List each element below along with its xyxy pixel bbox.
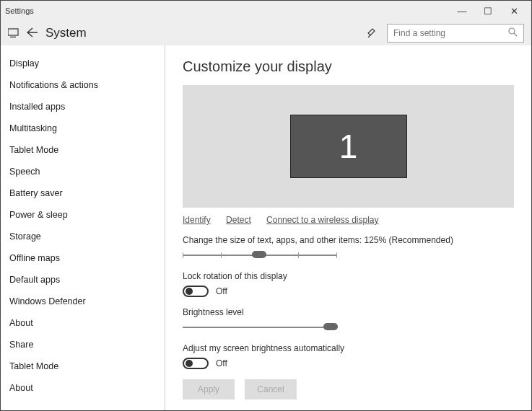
lock-rotation-toggle[interactable] — [183, 286, 209, 297]
search-box[interactable] — [387, 24, 524, 43]
sidebar-item-windows-defender[interactable]: Windows Defender — [1, 291, 165, 312]
sidebar-item-about-2[interactable]: About — [1, 377, 165, 399]
cancel-button[interactable]: Cancel — [245, 379, 297, 399]
sidebar-item-multitasking[interactable]: Multitasking — [1, 118, 165, 139]
auto-brightness-toggle[interactable] — [183, 358, 209, 369]
sidebar-item-battery-saver[interactable]: Battery saver — [1, 182, 165, 204]
sidebar-item-default-apps[interactable]: Default apps — [1, 269, 165, 291]
scale-slider[interactable] — [183, 249, 337, 261]
scale-label: Change the size of text, apps, and other… — [183, 235, 514, 245]
display-links: Identify Detect Connect to a wireless di… — [183, 215, 514, 225]
main-panel: Customize your display 1 Identify Detect… — [165, 45, 531, 411]
sidebar-item-share[interactable]: Share — [1, 334, 165, 355]
monitor-arrangement-area[interactable]: 1 — [183, 85, 514, 208]
sidebar-item-installed-apps[interactable]: Installed apps — [1, 96, 165, 118]
header: System — [1, 21, 531, 45]
sidebar-item-tablet-mode-2[interactable]: Tablet Mode — [1, 355, 165, 377]
sidebar-item-display[interactable]: Display — [1, 53, 165, 74]
monitor-1[interactable]: 1 — [290, 115, 407, 178]
lock-rotation-state: Off — [216, 286, 227, 296]
identify-link[interactable]: Identify — [183, 215, 211, 225]
sidebar-item-notifications[interactable]: Notifications & actions — [1, 74, 165, 96]
search-input[interactable] — [393, 28, 508, 38]
brightness-label: Brightness level — [183, 307, 514, 317]
titlebar: Settings — ☐ ✕ — [1, 1, 531, 21]
sidebar-item-power-sleep[interactable]: Power & sleep — [1, 204, 165, 226]
apply-button[interactable]: Apply — [183, 379, 235, 399]
search-icon — [508, 27, 518, 40]
maximize-button[interactable]: ☐ — [475, 6, 501, 17]
svg-rect-0 — [8, 29, 18, 35]
connect-wireless-link[interactable]: Connect to a wireless display — [266, 215, 378, 225]
svg-point-2 — [509, 28, 515, 34]
detect-link[interactable]: Detect — [226, 215, 251, 225]
sidebar-item-storage[interactable]: Storage — [1, 226, 165, 247]
pin-icon[interactable] — [367, 27, 377, 40]
lock-rotation-label: Lock rotation of this display — [183, 271, 514, 281]
home-icon[interactable] — [8, 27, 19, 40]
sidebar: Display Notifications & actions Installe… — [1, 45, 165, 411]
page-title: System — [45, 26, 367, 40]
brightness-slider[interactable] — [183, 322, 337, 333]
auto-brightness-label: Adjust my screen brightness automaticall… — [183, 343, 514, 353]
sidebar-item-about[interactable]: About — [1, 312, 165, 334]
back-icon[interactable] — [27, 27, 38, 40]
auto-brightness-state: Off — [216, 358, 227, 368]
svg-line-3 — [514, 33, 517, 36]
minimize-button[interactable]: — — [449, 6, 475, 17]
sidebar-item-speech[interactable]: Speech — [1, 161, 165, 182]
sidebar-item-offline-maps[interactable]: Offline maps — [1, 247, 165, 269]
main-heading: Customize your display — [183, 58, 514, 75]
window-title: Settings — [5, 6, 34, 15]
close-button[interactable]: ✕ — [501, 6, 527, 17]
sidebar-item-tablet-mode[interactable]: Tablet Mode — [1, 139, 165, 161]
